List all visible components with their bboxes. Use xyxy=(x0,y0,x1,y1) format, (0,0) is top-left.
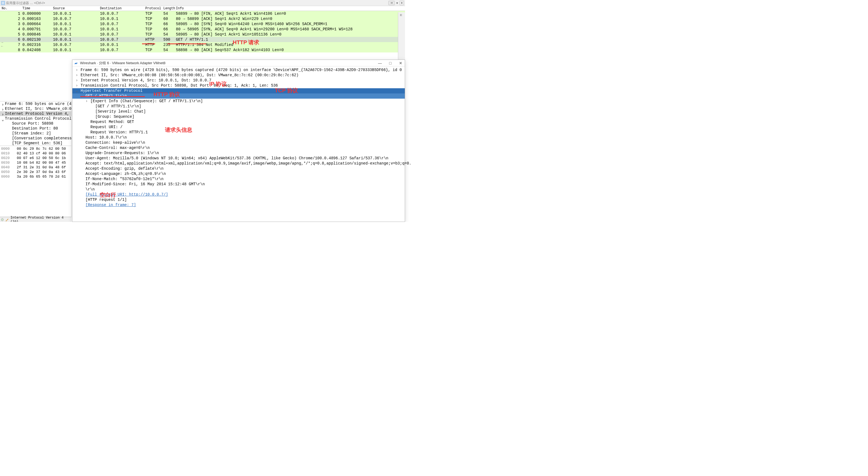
tree-tcp-dstport[interactable]: Destination Port: 80 xyxy=(0,126,71,131)
detail-tree-row[interactable]: Request Method: GET xyxy=(72,119,405,125)
tree-toggle-icon[interactable]: › xyxy=(76,73,78,78)
maximize-button[interactable]: □ xyxy=(388,61,393,65)
detail-tree-row[interactable]: ›Frame 6: 590 bytes on wire (4720 bits),… xyxy=(72,67,405,73)
hex-row[interactable]: 0000 00 0c 29 8c 7c 62 00 50 xyxy=(1,146,70,151)
detail-tree-row[interactable]: Host: 10.0.0.7\r\n xyxy=(72,135,405,140)
col-header-protocol[interactable]: Protocol xyxy=(145,6,163,10)
packet-row[interactable]: 50.00084610.0.0.110.0.0.7TCP5458905 → 80… xyxy=(0,32,405,37)
close-button[interactable]: ✕ xyxy=(398,61,403,65)
detail-tree-row[interactable]: [Full request URI: http://10.0.0.7/] xyxy=(72,192,405,197)
hex-row[interactable]: 0040 2f 31 2e 31 0d 0a 48 6f xyxy=(1,165,70,170)
hex-row[interactable]: 0050 2e 30 2e 37 0d 0a 43 6f xyxy=(1,170,70,174)
detail-tree-row[interactable]: [GET / HTTP/1.1\r\n] xyxy=(72,104,405,109)
detail-tree-row[interactable]: [Response in frame: 7] xyxy=(72,203,405,208)
detail-tree-row[interactable]: [Group: Sequence] xyxy=(72,114,405,119)
detail-tree-row[interactable]: [HTTP request 1/1] xyxy=(72,197,405,203)
packet-row[interactable]: 40.00079110.0.0.710.0.0.1TCP6680 → 58905… xyxy=(0,27,405,32)
dropdown-icon[interactable]: ▾ xyxy=(396,1,398,5)
detail-tree-row[interactable]: ›Ethernet II, Src: VMware_c0:00:08 (00:5… xyxy=(72,73,405,78)
wireshark-icon xyxy=(74,61,79,65)
filter-icon[interactable] xyxy=(1,1,5,5)
packet-detail-window: Wireshark · 分组 6 · VMware Network Adapte… xyxy=(72,60,405,222)
packet-tree[interactable]: ›Frame 6: 590 bytes on wire (4 ›Ethernet… xyxy=(0,101,71,146)
tree-toggle-icon[interactable]: › xyxy=(76,67,78,73)
col-header-length[interactable]: Length xyxy=(163,6,176,10)
detail-tree-row[interactable]: Accept: text/html,application/xhtml+xml,… xyxy=(72,161,405,166)
arrow-icon: ➔ xyxy=(390,1,393,5)
packet-row[interactable]: 70.00231610.0.0.710.0.0.1HTTP235HTTP/1.1… xyxy=(0,42,405,47)
detail-tree-row[interactable]: ›[Expert Info (Chat/Sequence): GET / HTT… xyxy=(72,99,405,104)
col-header-source[interactable]: Source xyxy=(53,6,100,10)
detail-tree-row[interactable]: ⌄Hypertext Transfer Protocol xyxy=(72,88,405,93)
add-filter-button[interactable]: + xyxy=(400,1,404,5)
detail-tree-row[interactable]: Request URI: / xyxy=(72,125,405,130)
display-filter-input[interactable] xyxy=(6,1,389,5)
tree-toggle-icon[interactable]: › xyxy=(76,78,78,83)
packet-details-left-panel: ›Frame 6: 590 bytes on wire (4 ›Ethernet… xyxy=(0,101,71,217)
detail-tree-row[interactable]: If-Modified-Since: Fri, 16 May 2014 15:1… xyxy=(72,182,405,187)
hex-row[interactable]: 0030 10 08 b4 82 00 00 47 45 xyxy=(1,160,70,165)
detail-tree-row[interactable]: Cache-Control: max-age=0\r\n xyxy=(72,145,405,151)
minimize-button[interactable]: — xyxy=(377,61,382,65)
packet-list-header: No. Time Source Destination Protocol Len… xyxy=(0,6,405,11)
tree-ip[interactable]: ›Internet Protocol Version 4, xyxy=(0,111,71,116)
tree-tcp[interactable]: ⌄Transmission Control Protocol xyxy=(0,116,71,121)
detail-tree-row[interactable]: Upgrade-Insecure-Requests: 1\r\n xyxy=(72,151,405,156)
col-header-no[interactable]: No. xyxy=(2,6,22,10)
apply-filter-button[interactable]: ➔ xyxy=(389,1,395,5)
detail-tree-row[interactable]: \r\n xyxy=(72,187,405,192)
capture-status-icon[interactable] xyxy=(1,218,4,221)
packet-row[interactable]: 80.04240810.0.0.110.0.0.7TCP5458898 → 80… xyxy=(0,47,405,53)
tree-tcp-stream[interactable]: [Stream index: 2] xyxy=(0,131,71,136)
detail-tree-row[interactable]: User-Agent: Mozilla/5.0 (Windows NT 10.0… xyxy=(72,156,405,161)
hex-row[interactable]: 0010 02 40 13 cf 40 00 80 06 xyxy=(1,151,70,156)
tree-frame[interactable]: ›Frame 6: 590 bytes on wire (4 xyxy=(0,101,71,106)
col-header-time[interactable]: Time xyxy=(22,6,53,10)
detail-tree-row[interactable]: ›Transmission Control Protocol, Src Port… xyxy=(72,83,405,88)
col-header-info[interactable]: Info xyxy=(176,6,405,10)
tree-tcp-conv[interactable]: [Conversation completeness: xyxy=(0,136,71,141)
packet-detail-tree[interactable]: ›Frame 6: 590 bytes on wire (4720 bits),… xyxy=(72,66,405,209)
tree-toggle-icon[interactable]: › xyxy=(86,99,88,104)
tree-tcp-srcport[interactable]: Source Port: 58898 xyxy=(0,121,71,126)
window-title: Wireshark · 分组 6 · VMware Network Adapte… xyxy=(80,61,377,66)
brush-icon[interactable] xyxy=(5,218,9,221)
detail-tree-row[interactable]: Connection: keep-alive\r\n xyxy=(72,140,405,145)
detail-tree-row[interactable]: ⌄GET / HTTP/1.1\r\n xyxy=(72,93,405,99)
detail-tree-row[interactable]: If-None-Match: "53762af0-12e1"\r\n xyxy=(72,177,405,182)
packet-row[interactable]: 20.00016310.0.0.710.0.0.1TCP6080 → 58899… xyxy=(0,16,405,21)
tree-ethernet[interactable]: ›Ethernet II, Src: VMware_c0:0 xyxy=(0,106,71,111)
hex-row[interactable]: 0060 3a 20 6b 65 65 70 2d 61 xyxy=(1,174,70,179)
hex-view[interactable]: 0000 00 0c 29 8c 7c 62 00 500010 02 40 1… xyxy=(0,146,71,180)
col-header-destination[interactable]: Destination xyxy=(100,6,145,10)
packet-row[interactable]: 30.00066410.0.0.110.0.0.7TCP6658905 → 80… xyxy=(0,21,405,27)
window-titlebar[interactable]: Wireshark · 分组 6 · VMware Network Adapte… xyxy=(72,60,405,66)
filter-toolbar: ➔ ▾ + xyxy=(0,0,405,6)
detail-tree-row[interactable]: Accept-Encoding: gzip, deflate\r\n xyxy=(72,166,405,171)
tree-toggle-icon[interactable]: ⌄ xyxy=(81,93,83,99)
status-bar: Internet Protocol Version 4 (ip), xyxy=(0,217,71,222)
detail-tree-row[interactable]: Accept-Language: zh-CN,zh;q=0.9\r\n xyxy=(72,171,405,177)
packet-row[interactable]: 10.00000010.0.0.110.0.0.7TCP5458899 → 80… xyxy=(0,11,405,16)
tree-toggle-icon[interactable]: › xyxy=(76,83,78,88)
detail-tree-row[interactable]: ›Internet Protocol Version 4, Src: 10.0.… xyxy=(72,78,405,83)
tree-toggle-icon[interactable]: ⌄ xyxy=(76,88,78,93)
status-text: Internet Protocol Version 4 (ip), xyxy=(10,216,70,222)
packet-list[interactable]: 10.00000010.0.0.110.0.0.7TCP5458899 → 80… xyxy=(0,11,405,53)
packet-row[interactable]: 60.00213010.0.0.110.0.0.7HTTP590GET / HT… xyxy=(0,37,405,42)
hex-row[interactable]: 0020 00 07 e6 12 00 50 6c 1b xyxy=(1,156,70,160)
detail-tree-row[interactable]: Request Version: HTTP/1.1 xyxy=(72,130,405,135)
detail-tree-row[interactable]: [Severity level: Chat] xyxy=(72,109,405,114)
tree-tcp-seglen[interactable]: [TCP Segment Len: 536] xyxy=(0,141,71,146)
